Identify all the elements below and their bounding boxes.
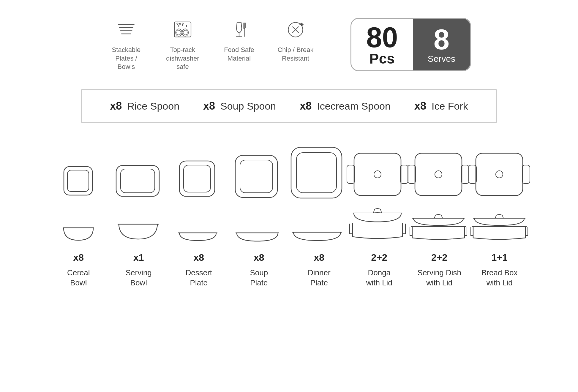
soup-plate-name-item: Soup Plate — [232, 268, 286, 288]
svg-point-42 — [496, 171, 503, 178]
serving-dish-qty-item: 2+2 — [412, 249, 467, 265]
svg-point-5 — [177, 23, 178, 24]
donga-name-item: Donga with Lid — [352, 268, 407, 288]
badge-pcs: 80 Pcs — [351, 19, 413, 70]
donga-side — [350, 207, 405, 245]
svg-rect-37 — [415, 153, 462, 195]
stackable-icon — [114, 18, 138, 42]
svg-point-11 — [183, 30, 187, 35]
utensil-soup-spoon: x8 Soup Spoon — [203, 100, 276, 112]
utensil-rice-spoon: x8 Rice Spoon — [110, 100, 179, 112]
donga-qty: 2+2 — [371, 252, 387, 263]
donga-drawing — [346, 147, 409, 202]
svg-point-6 — [179, 23, 181, 24]
bread-box-qty: 1+1 — [492, 252, 508, 263]
dishwasher-icon — [171, 18, 195, 42]
chipbreak-label: Chip / Break Resistant — [277, 46, 313, 63]
serving-dish-qty: 2+2 — [431, 252, 447, 263]
serving-bowl-qty-item: x1 — [112, 249, 166, 265]
products-bottom-drawings — [51, 207, 527, 245]
pcs-number: 80 — [366, 23, 398, 52]
serving-bowl-side-drawing — [116, 219, 160, 243]
bread-box-name-item: Bread Box with Lid — [473, 268, 527, 288]
dessert-plate-name-item: Dessert Plate — [172, 268, 226, 288]
pcs-serves-badge: 80 Pcs 8 Serves — [350, 18, 471, 71]
serving-dish-name-item: Serving Dish with Lid — [412, 268, 467, 288]
soup-spoon-name: Soup Spoon — [220, 100, 276, 112]
stackable-label: Stackable Plates / Bowls — [107, 46, 146, 71]
pcs-unit: Pcs — [369, 52, 395, 66]
products-section: x8 x1 x8 x8 x8 2+2 2+2 1+1 — [51, 144, 527, 291]
dinner-plate-name: Dinner Plate — [308, 268, 331, 288]
cereal-bowl-qty: x8 — [73, 252, 84, 263]
bread-box-drawing — [468, 147, 530, 202]
bread-box-side — [472, 213, 527, 245]
dessert-plate-drawing — [174, 156, 220, 202]
serves-label: Serves — [428, 54, 455, 64]
icecream-spoon-qty: x8 — [300, 100, 312, 112]
dessert-plate-side-drawing — [177, 229, 219, 243]
dinner-plate-drawing — [288, 144, 345, 202]
utensil-ice-fork: x8 Ice Fork — [414, 100, 468, 112]
donga-name: Donga with Lid — [366, 268, 392, 288]
product-serving-dish — [411, 147, 466, 204]
svg-rect-31 — [347, 165, 355, 184]
cereal-bowl-side-drawing — [61, 222, 96, 243]
soup-plate-qty-item: x8 — [232, 249, 286, 265]
svg-point-9 — [177, 30, 181, 35]
dessert-plate-qty: x8 — [193, 252, 204, 263]
cereal-bowl-side — [51, 222, 105, 245]
soup-plate-drawing — [231, 151, 282, 202]
utensil-icecream-spoon: x8 Icecream Spoon — [300, 100, 391, 112]
dinner-plate-name-item: Dinner Plate — [292, 268, 346, 288]
svg-point-34 — [374, 171, 381, 178]
product-serving-bowl — [111, 160, 164, 204]
donga-side-drawing — [348, 207, 407, 243]
bread-box-qty-item: 1+1 — [473, 249, 527, 265]
product-dessert-plate — [170, 156, 224, 204]
top-section: Stackable Plates / Bowls — [24, 18, 554, 71]
soup-plate-name: Soup Plate — [250, 268, 268, 288]
bread-box-name: Bread Box with Lid — [481, 268, 517, 288]
cereal-bowl-name: Cereal Bowl — [67, 268, 90, 288]
cereal-bowl-name-item: Cereal Bowl — [51, 268, 106, 288]
page: Stackable Plates / Bowls — [0, 0, 578, 392]
ice-fork-name: Ice Fork — [432, 100, 468, 112]
feature-stackable: Stackable Plates / Bowls — [107, 18, 146, 71]
utensils-row: x8 Rice Spoon x8 Soup Spoon x8 Icecream … — [81, 89, 497, 123]
svg-rect-29 — [291, 147, 342, 198]
dessert-plate-qty-item: x8 — [172, 249, 226, 265]
feature-chipbreak: Chip / Break Resistant — [276, 18, 315, 63]
dessert-plate-side — [171, 229, 225, 245]
features-list: Stackable Plates / Bowls — [107, 18, 315, 71]
product-dinner-plate — [289, 144, 344, 204]
icecream-spoon-name: Icecream Spoon — [317, 100, 391, 112]
serving-bowl-qty: x1 — [133, 252, 144, 263]
svg-rect-22 — [67, 170, 89, 192]
badge-serves: 8 Serves — [413, 19, 470, 70]
serving-bowl-side — [111, 219, 165, 245]
svg-rect-24 — [121, 169, 155, 193]
foodsafe-icon — [227, 18, 251, 42]
cereal-bowl-drawing — [57, 160, 99, 202]
serving-dish-side-drawing — [409, 213, 468, 243]
ice-fork-qty: x8 — [414, 100, 426, 112]
serves-number: 8 — [434, 25, 449, 54]
svg-rect-41 — [476, 153, 523, 195]
soup-plate-qty: x8 — [254, 252, 264, 263]
bread-box-side-drawing — [470, 213, 529, 243]
feature-foodsafe: Food Safe Material — [220, 18, 258, 63]
svg-rect-30 — [296, 153, 337, 193]
products-qty-row: x8 x1 x8 x8 x8 2+2 2+2 1+1 — [51, 249, 527, 265]
soup-plate-side-drawing — [234, 229, 280, 243]
svg-rect-33 — [354, 153, 401, 195]
serving-dish-name: Serving Dish with Lid — [418, 268, 461, 288]
products-top-drawings — [51, 144, 527, 204]
foodsafe-label: Food Safe Material — [224, 46, 254, 63]
svg-rect-25 — [179, 161, 215, 196]
svg-point-38 — [435, 171, 442, 178]
dishwasher-label: Top-rack dishwasher safe — [163, 46, 202, 71]
soup-spoon-qty: x8 — [203, 100, 215, 112]
feature-dishwasher: Top-rack dishwasher safe — [163, 18, 202, 71]
serving-bowl-drawing — [112, 160, 164, 202]
